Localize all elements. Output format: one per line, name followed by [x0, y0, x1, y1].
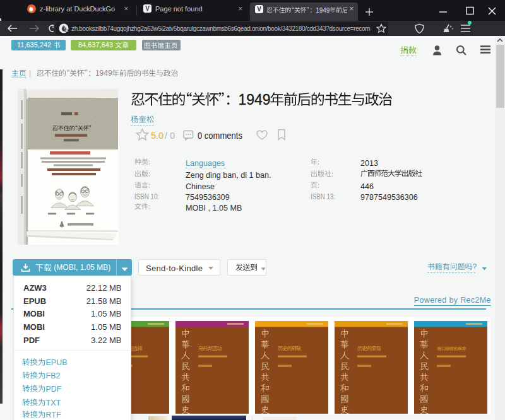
svg-text:(MOBI, 1.05 MB): (MOBI, 1.05 MB)	[52, 264, 110, 272]
svg-text:1949: 1949	[95, 69, 112, 78]
svg-text:PDF: PDF	[46, 385, 62, 394]
svg-text:11,635,242: 11,635,242	[17, 41, 53, 49]
svg-text:1949: 1949	[316, 6, 330, 13]
svg-text:1949: 1949	[239, 91, 271, 107]
svg-text:84,637,643: 84,637,643	[78, 41, 115, 49]
svg-text:?: ?	[472, 262, 477, 271]
svg-text:RTF: RTF	[46, 411, 61, 419]
svg-text:EPUB: EPUB	[46, 358, 68, 366]
svg-text:FB2: FB2	[46, 371, 61, 380]
svg-text:TXT: TXT	[46, 398, 61, 407]
